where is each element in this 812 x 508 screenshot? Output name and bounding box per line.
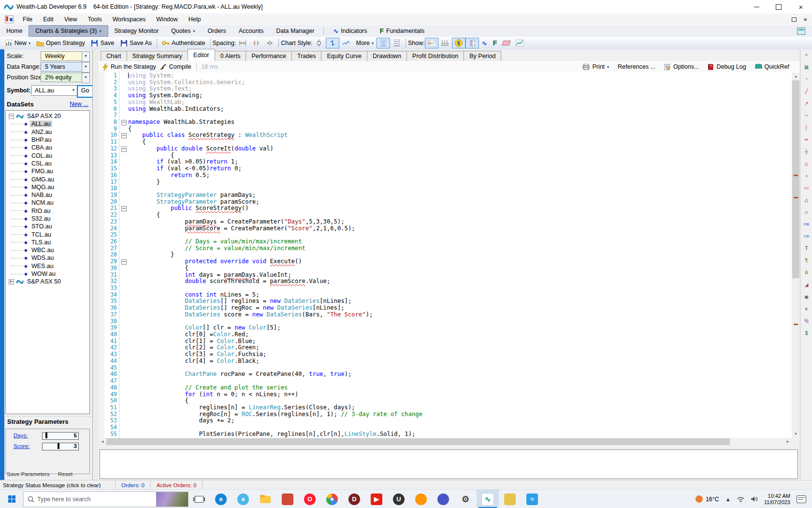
- cross-icon[interactable]: ┼: [802, 147, 812, 156]
- data-range-select[interactable]: 5 Years: [41, 62, 86, 72]
- code-line[interactable]: 52 regRoc[n] = ROC.Series(reglines[n], 1…: [99, 411, 792, 418]
- parameter-slider[interactable]: 5: [42, 432, 79, 440]
- code-line[interactable]: 16 return 0.5;: [99, 172, 792, 179]
- tree-item[interactable]: ◆BHP.au: [6, 136, 89, 144]
- log-scale-button[interactable]: [377, 38, 390, 48]
- code-line[interactable]: 33: [99, 285, 792, 292]
- code-line[interactable]: 28 }: [99, 252, 792, 258]
- tree-item[interactable]: ◆FMG.au: [6, 167, 89, 175]
- code-editor[interactable]: 1using System;2using System.Collections.…: [99, 73, 792, 438]
- taskbar-app-opera[interactable]: O: [299, 490, 321, 508]
- tree-item[interactable]: ◆S32.au: [6, 215, 89, 223]
- menu-item-edit[interactable]: Edit: [38, 16, 59, 23]
- vertical-scroll-thumb[interactable]: [792, 80, 799, 278]
- taskbar-clock[interactable]: 10:42 AM 11/07/2023: [764, 493, 790, 506]
- data-range-dropdown-icon[interactable]: ▼: [82, 62, 90, 73]
- references-button[interactable]: References ...: [618, 63, 655, 70]
- dollar-tool-icon[interactable]: $: [802, 329, 812, 338]
- scale-select[interactable]: Weekly: [41, 51, 86, 61]
- print-button[interactable]: Print▾: [582, 63, 609, 70]
- export-chart-button[interactable]: [513, 38, 526, 48]
- code-line[interactable]: 44 clr[4] = Color.Black;: [99, 358, 792, 365]
- tree-item[interactable]: ◆TCL.au: [6, 230, 89, 238]
- code-line[interactable]: 2using System.Collections.Generic;: [99, 79, 792, 86]
- scroll-left-icon[interactable]: ◄: [99, 438, 106, 446]
- fold-collapse-icon[interactable]: [121, 147, 127, 152]
- doc-tab-chart[interactable]: Chart: [101, 51, 127, 61]
- fold-collapse-icon[interactable]: [121, 206, 127, 211]
- spacing-increase-button[interactable]: [263, 38, 276, 48]
- options-button[interactable]: Options...: [664, 63, 699, 70]
- code-line[interactable]: 54: [99, 424, 792, 431]
- code-line[interactable]: 3using System.Text;: [99, 86, 792, 92]
- taskbar-app-app-azure[interactable]: ≈: [521, 490, 543, 508]
- code-line[interactable]: 30 {: [99, 265, 792, 272]
- slider-thumb[interactable]: [58, 443, 59, 449]
- tray-expand-icon[interactable]: ▲: [725, 496, 731, 502]
- active-orders-count[interactable]: Active Orders: 0: [151, 481, 203, 490]
- code-line[interactable]: 50 {: [99, 398, 792, 404]
- tree-root-item-collapsed[interactable]: S&P ASX 50: [6, 278, 89, 285]
- pointer-tool-icon[interactable]: +: [802, 50, 812, 60]
- code-line[interactable]: 51 reglines[n] = LinearReg.Series(Close,…: [99, 404, 792, 411]
- candle-style-button[interactable]: [312, 38, 326, 48]
- taskbar-app-app-red[interactable]: [276, 490, 299, 508]
- doc-tab-performance[interactable]: Performance: [246, 51, 292, 61]
- ellipse-shape-icon[interactable]: ○: [802, 171, 812, 180]
- code-line[interactable]: 46 ChartPane rocPane = CreatePane(40, tr…: [99, 371, 792, 378]
- channel-icon[interactable]: ═: [802, 135, 812, 144]
- taskbar-app-edge[interactable]: e: [210, 490, 232, 508]
- orders-count[interactable]: Orders: 0: [116, 481, 151, 490]
- tree-item[interactable]: ◆NCM.au: [6, 199, 89, 207]
- editor-horizontal-scrollbar[interactable]: ◄ ►: [99, 438, 792, 446]
- taskbar-app-firefox[interactable]: [410, 490, 432, 508]
- save-parameters-button[interactable]: Save Parameters: [7, 471, 50, 477]
- symbol-dropdown-icon[interactable]: ▼: [72, 86, 75, 95]
- zoom-tool-icon[interactable]: ◉: [802, 292, 812, 301]
- code-line[interactable]: 32 double scoreThreshold = paramScore.Va…: [99, 278, 792, 285]
- tree-item[interactable]: ◆MQG.au: [6, 183, 89, 191]
- measure-tool-icon[interactable]: ≡: [802, 304, 812, 314]
- menu-item-window[interactable]: Window: [151, 16, 183, 23]
- code-line[interactable]: 55 PlotSeries(PricePane, reglines[n],clr…: [99, 431, 792, 438]
- save-as-button[interactable]: Save As: [117, 38, 155, 48]
- taskbar-app-settings[interactable]: ⚙: [454, 490, 477, 508]
- tree-item[interactable]: ◆COL.au: [6, 151, 89, 159]
- code-line[interactable]: 4using System.Drawing;: [99, 92, 792, 99]
- menu-item-view[interactable]: View: [59, 16, 83, 23]
- doc-tab-0-alerts[interactable]: 0 Alerts: [215, 51, 246, 61]
- tab-strategy-monitor[interactable]: Strategy Monitor: [108, 26, 165, 36]
- code-line[interactable]: 43 clr[3] = Color.Fuchsia;: [99, 351, 792, 358]
- hline-icon[interactable]: ─: [802, 111, 812, 120]
- taskbar-app-youtube[interactable]: ▶: [365, 490, 388, 508]
- authenticate-button[interactable]: Authenticate: [159, 38, 208, 48]
- status-message[interactable]: Strategy Status Message (click to clear): [0, 481, 116, 490]
- show-panel-toggle[interactable]: [465, 38, 479, 48]
- code-line[interactable]: 7: [99, 112, 792, 119]
- tree-item[interactable]: ◆WOW.au: [6, 270, 89, 278]
- taskbar-app-chrome[interactable]: [321, 490, 343, 508]
- taskbar-app-file-explorer[interactable]: [254, 490, 276, 508]
- code-line[interactable]: 45: [99, 365, 792, 372]
- show-grid-toggle[interactable]: [438, 38, 452, 48]
- debug-log-button[interactable]: Debug Log: [708, 63, 746, 70]
- tab-orders[interactable]: Orders: [202, 26, 232, 36]
- code-line[interactable]: 47: [99, 378, 792, 385]
- code-line[interactable]: 53 days += 2;: [99, 418, 792, 424]
- tree-item[interactable]: ◆ALL.au: [6, 120, 89, 128]
- tree-item[interactable]: ◆ANZ.au: [6, 128, 89, 136]
- code-line[interactable]: 48 // Create and plot the series: [99, 385, 792, 391]
- menu-item-file[interactable]: File: [17, 16, 38, 23]
- save-button[interactable]: Save: [88, 38, 117, 48]
- line-style-button[interactable]: [339, 38, 353, 48]
- fold-collapse-icon[interactable]: [121, 133, 127, 138]
- more-styles-button[interactable]: More▾: [353, 38, 377, 48]
- spacing-default-button[interactable]: [249, 38, 263, 48]
- tab-indicators[interactable]: ∿Indicators: [327, 26, 373, 36]
- spacing-decrease-button[interactable]: [236, 38, 249, 48]
- taskbar-app-app-amber[interactable]: [499, 490, 521, 508]
- linear-scale-button[interactable]: [390, 38, 404, 48]
- run-strategy-button[interactable]: Run the Strategy: [102, 63, 156, 71]
- tab-home[interactable]: Home: [0, 26, 29, 36]
- search-highlight-image[interactable]: [156, 492, 188, 507]
